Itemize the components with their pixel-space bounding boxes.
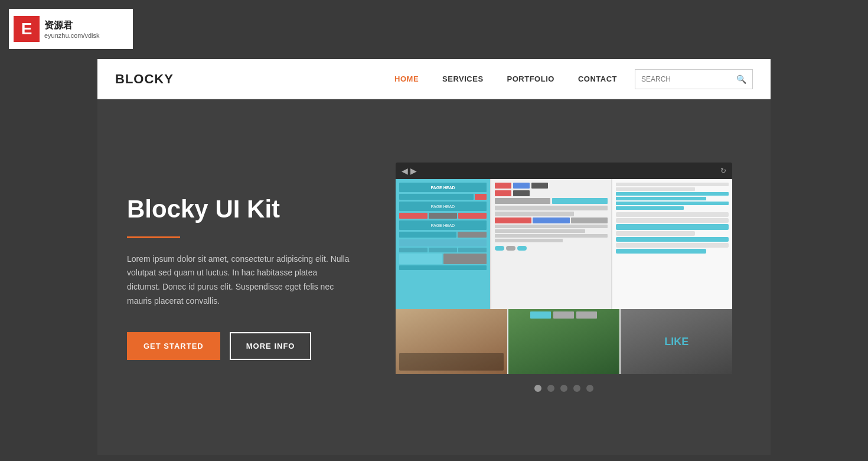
watermark-url: eyunzhu.com/vdisk [44,32,100,39]
refresh-icon[interactable]: ↻ [720,167,726,175]
nav-home[interactable]: HOME [394,74,419,83]
get-started-button[interactable]: GET STARTED [127,332,220,360]
strip-image-1 [396,309,507,374]
nav-services[interactable]: SERVICES [442,74,484,83]
image-strip: LIKE [396,309,732,374]
hero-section: Blocky UI Kit Lorem ipsum dolor sit amet… [97,99,771,455]
nav-portfolio[interactable]: PORTFOLIO [507,74,554,83]
search-box[interactable]: 🔍 [635,69,753,89]
uikit-right-panel [612,179,732,309]
brand-logo: BLOCKY [115,72,174,87]
slider-dot-4[interactable] [573,385,580,392]
navbar: BLOCKY HOME SERVICES PORTFOLIO CONTACT 🔍 [97,59,771,99]
search-input[interactable] [641,75,736,83]
slider-dot-5[interactable] [586,385,593,392]
uikit-left-panel: PAGE HEAD PAGE HEAD [396,179,490,309]
browser-nav: ◀ ▶ [402,166,417,176]
like-text: LIKE [664,336,688,348]
browser-content: PAGE HEAD PAGE HEAD [396,179,732,374]
strip-image-2 [508,309,620,374]
hero-content: Blocky UI Kit Lorem ipsum dolor sit amet… [127,194,351,360]
browser-bar: ◀ ▶ ↻ [396,163,732,179]
watermark-text: 资源君 eyunzhu.com/vdisk [44,20,100,39]
search-icon: 🔍 [736,74,746,84]
slider-dot-2[interactable] [547,385,554,392]
site-wrapper: BLOCKY HOME SERVICES PORTFOLIO CONTACT 🔍… [97,59,771,455]
uikit-mid-panel [491,179,611,309]
watermark-title: 资源君 [44,20,100,32]
hero-buttons: GET STARTED MORE INFO [127,332,351,360]
nav-menu: HOME SERVICES PORTFOLIO CONTACT [394,74,617,83]
nav-contact[interactable]: CONTACT [578,74,617,83]
slider-dot-1[interactable] [534,385,541,392]
watermark-banner: E 资源君 eyunzhu.com/vdisk [9,9,133,49]
more-info-button[interactable]: MORE INFO [230,332,312,360]
hero-title: Blocky UI Kit [127,194,351,224]
slider-dot-3[interactable] [560,385,567,392]
back-arrow-icon[interactable]: ◀ [402,166,408,176]
slider-dots [534,385,593,392]
hero-body-text: Lorem ipsum dolor sit amet, consectetur … [127,252,351,309]
hero-divider [127,236,180,238]
hero-preview: ◀ ▶ ↻ PAGE HEAD [387,163,741,392]
strip-image-3: LIKE [621,309,732,374]
browser-mockup: ◀ ▶ ↻ PAGE HEAD [396,163,732,374]
watermark-logo: E [14,16,40,42]
forward-arrow-icon[interactable]: ▶ [410,166,417,176]
